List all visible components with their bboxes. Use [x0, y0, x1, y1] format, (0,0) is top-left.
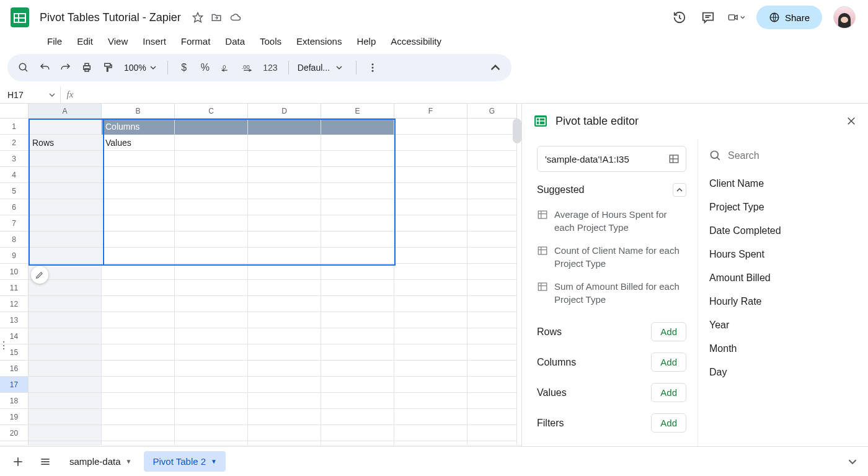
cell[interactable]	[248, 393, 321, 409]
cell[interactable]	[321, 296, 394, 312]
cell[interactable]	[321, 361, 394, 377]
cell[interactable]	[467, 135, 517, 151]
select-all-corner[interactable]	[0, 104, 29, 119]
cell[interactable]	[394, 231, 467, 248]
row-header[interactable]: 9	[0, 248, 29, 264]
menu-extensions[interactable]: Extensions	[290, 34, 348, 49]
add-sheet-button[interactable]	[6, 450, 30, 474]
cell[interactable]	[102, 199, 175, 215]
cell[interactable]	[248, 167, 321, 183]
cell[interactable]	[467, 296, 517, 312]
menu-tools[interactable]: Tools	[254, 34, 288, 49]
cell[interactable]	[467, 264, 517, 280]
cell[interactable]	[467, 167, 517, 183]
cell[interactable]	[248, 296, 321, 312]
more-icon[interactable]	[365, 60, 380, 75]
cell[interactable]	[394, 280, 467, 296]
cell[interactable]	[248, 215, 321, 231]
cell[interactable]	[175, 264, 248, 280]
account-avatar[interactable]	[833, 6, 856, 29]
field-item[interactable]: Date Completed	[707, 219, 859, 243]
range-picker-icon[interactable]	[668, 153, 680, 164]
cell[interactable]	[175, 135, 248, 151]
cell[interactable]	[321, 312, 394, 328]
cell[interactable]	[248, 344, 321, 361]
cell[interactable]	[102, 344, 175, 361]
field-item[interactable]: Client Name	[707, 172, 859, 195]
cell[interactable]	[29, 215, 102, 231]
cell[interactable]	[29, 183, 102, 199]
row-header[interactable]: 17	[0, 377, 29, 393]
cell[interactable]	[29, 361, 102, 377]
cell[interactable]	[29, 312, 102, 328]
cell[interactable]	[321, 151, 394, 167]
history-icon[interactable]	[671, 9, 688, 26]
cell[interactable]	[394, 151, 467, 167]
edit-pivot-button[interactable]	[31, 266, 48, 284]
row-header[interactable]: 8	[0, 231, 29, 248]
cell[interactable]	[175, 280, 248, 296]
cell[interactable]	[248, 135, 321, 151]
field-search-input[interactable]	[728, 150, 857, 161]
cell[interactable]	[394, 199, 467, 215]
cell[interactable]	[175, 151, 248, 167]
cell[interactable]	[321, 328, 394, 344]
row-header[interactable]: 6	[0, 199, 29, 215]
cell[interactable]	[394, 361, 467, 377]
document-title[interactable]: Pivot Tables Tutorial - Zapier	[36, 10, 185, 25]
row-header[interactable]: 2	[0, 135, 29, 151]
cell[interactable]	[321, 199, 394, 215]
cell[interactable]	[321, 409, 394, 425]
cell[interactable]: Columns	[102, 119, 175, 135]
column-header[interactable]: B	[102, 104, 175, 119]
cell[interactable]	[467, 393, 517, 409]
row-header[interactable]: 7	[0, 215, 29, 231]
panel-drag-handle[interactable]: ⋮	[0, 339, 7, 351]
undo-icon[interactable]	[37, 60, 52, 75]
cell[interactable]	[248, 280, 321, 296]
menu-file[interactable]: File	[41, 34, 68, 49]
cell[interactable]	[467, 280, 517, 296]
cell[interactable]	[175, 425, 248, 441]
redo-icon[interactable]	[58, 60, 73, 75]
row-header[interactable]: 19	[0, 409, 29, 425]
decrease-decimal-icon[interactable]: .0	[219, 60, 234, 75]
currency-format-icon[interactable]: $	[177, 60, 192, 75]
cell[interactable]	[102, 361, 175, 377]
formula-input[interactable]	[79, 86, 868, 103]
suggestion-item[interactable]: Average of Hours Spent for each Project …	[537, 203, 686, 239]
cell[interactable]	[467, 361, 517, 377]
cell[interactable]	[321, 215, 394, 231]
field-item[interactable]: Hourly Rate	[707, 290, 859, 313]
cell[interactable]	[102, 215, 175, 231]
cell[interactable]	[248, 425, 321, 441]
cell[interactable]	[175, 119, 248, 135]
cell[interactable]	[394, 377, 467, 393]
cell[interactable]	[102, 296, 175, 312]
collapse-suggested-icon[interactable]	[673, 183, 686, 197]
cell[interactable]	[467, 344, 517, 361]
cell[interactable]	[394, 409, 467, 425]
cell[interactable]	[467, 409, 517, 425]
field-item[interactable]: Day	[707, 361, 859, 384]
paint-format-icon[interactable]	[100, 60, 115, 75]
cell[interactable]	[248, 151, 321, 167]
increase-decimal-icon[interactable]: .00	[240, 60, 255, 75]
cell[interactable]	[394, 328, 467, 344]
vertical-scrollbar-thumb[interactable]	[513, 119, 521, 143]
cell[interactable]	[29, 119, 102, 135]
row-header[interactable]: 18	[0, 393, 29, 409]
cell[interactable]	[467, 248, 517, 264]
cell[interactable]	[321, 167, 394, 183]
cell[interactable]	[102, 151, 175, 167]
cell[interactable]	[29, 248, 102, 264]
cell[interactable]	[394, 312, 467, 328]
cell[interactable]: Values	[102, 135, 175, 151]
cell[interactable]	[321, 280, 394, 296]
row-header[interactable]: 11	[0, 280, 29, 296]
cell[interactable]	[29, 409, 102, 425]
menu-format[interactable]: Format	[175, 34, 217, 49]
move-icon[interactable]	[211, 12, 222, 23]
cell[interactable]	[102, 409, 175, 425]
cell[interactable]	[321, 393, 394, 409]
